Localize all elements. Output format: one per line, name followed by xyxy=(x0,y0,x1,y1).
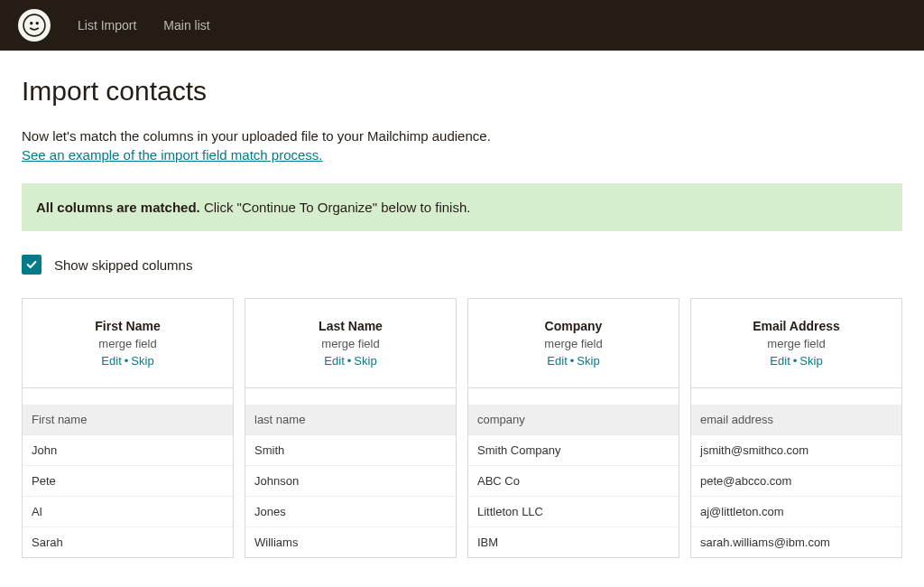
data-cell: Littleton LLC xyxy=(468,497,679,527)
banner-rest: Click "Continue To Organize" below to fi… xyxy=(200,200,471,215)
data-cell: jsmith@smithco.com xyxy=(691,435,901,466)
svg-point-1 xyxy=(30,22,32,24)
data-cell: Smith Company xyxy=(468,435,679,466)
column-title: Email Address xyxy=(698,319,894,333)
svg-point-0 xyxy=(23,14,45,36)
column-header: Companymerge fieldEdit•Skip xyxy=(468,299,679,388)
column-actions: Edit•Skip xyxy=(698,354,894,368)
column-subtitle: merge field xyxy=(253,337,448,350)
column-title: Company xyxy=(476,319,671,333)
separator-dot: • xyxy=(125,354,129,368)
import-column: First Namemerge fieldEdit•SkipFirst name… xyxy=(22,298,234,558)
monkey-icon xyxy=(23,14,46,37)
page-title: Import contacts xyxy=(22,76,902,107)
column-subtitle: merge field xyxy=(30,337,226,350)
data-cell: Johnson xyxy=(245,466,456,497)
edit-link[interactable]: Edit xyxy=(324,354,344,368)
data-cell: John xyxy=(23,435,233,466)
example-link[interactable]: See an example of the import field match… xyxy=(22,147,323,163)
edit-link[interactable]: Edit xyxy=(101,354,121,368)
column-header: First Namemerge fieldEdit•Skip xyxy=(23,299,233,388)
data-cell: sarah.williams@ibm.com xyxy=(691,527,901,557)
instruction-text: Now let's match the columns in your uplo… xyxy=(22,128,902,144)
column-subtitle: merge field xyxy=(476,337,671,350)
skip-link[interactable]: Skip xyxy=(354,354,376,368)
success-banner: All columns are matched. Click "Continue… xyxy=(22,183,902,231)
edit-link[interactable]: Edit xyxy=(770,354,790,368)
skip-link[interactable]: Skip xyxy=(131,354,153,368)
column-header: Email Addressmerge fieldEdit•Skip xyxy=(691,299,901,388)
column-actions: Edit•Skip xyxy=(476,354,671,368)
column-header: Last Namemerge fieldEdit•Skip xyxy=(245,299,456,388)
source-column-header: last name xyxy=(245,405,456,435)
banner-bold: All columns are matched. xyxy=(36,200,200,215)
skip-link[interactable]: Skip xyxy=(799,354,822,368)
column-subtitle: merge field xyxy=(698,337,894,350)
separator-dot: • xyxy=(793,354,798,368)
columns-container: First Namemerge fieldEdit•SkipFirst name… xyxy=(22,298,902,558)
mailchimp-logo[interactable] xyxy=(18,9,51,42)
checkmark-icon xyxy=(25,258,38,271)
svg-point-2 xyxy=(36,22,39,24)
import-column: Companymerge fieldEdit•SkipcompanySmith … xyxy=(467,298,679,558)
data-cell: Jones xyxy=(245,497,456,527)
top-nav: List Import Main list xyxy=(0,0,924,51)
separator-dot: • xyxy=(570,354,575,368)
data-cell: Smith xyxy=(245,435,456,466)
data-cell: IBM xyxy=(468,527,679,557)
nav-list-import[interactable]: List Import xyxy=(78,18,136,33)
data-cell: ABC Co xyxy=(468,466,679,497)
separator-dot: • xyxy=(347,354,352,368)
data-cell: Pete xyxy=(23,466,233,497)
data-cell: Al xyxy=(23,497,233,527)
column-title: Last Name xyxy=(253,319,448,333)
nav-main-list[interactable]: Main list xyxy=(163,18,209,33)
data-cell: aj@littleton.com xyxy=(691,497,901,527)
show-skipped-checkbox[interactable] xyxy=(22,255,42,275)
import-column: Email Addressmerge fieldEdit•Skipemail a… xyxy=(690,298,902,558)
column-actions: Edit•Skip xyxy=(253,354,448,368)
data-cell: Williams xyxy=(245,527,456,557)
show-skipped-row: Show skipped columns xyxy=(22,255,902,275)
data-cell: Sarah xyxy=(23,527,233,557)
data-cell: pete@abcco.com xyxy=(691,466,901,497)
skip-link[interactable]: Skip xyxy=(577,354,599,368)
column-actions: Edit•Skip xyxy=(30,354,226,368)
import-column: Last Namemerge fieldEdit•Skiplast nameSm… xyxy=(245,298,457,558)
edit-link[interactable]: Edit xyxy=(547,354,567,368)
source-column-header: email address xyxy=(691,405,901,435)
main-content: Import contacts Now let's match the colu… xyxy=(0,51,924,580)
source-column-header: First name xyxy=(23,405,233,435)
column-title: First Name xyxy=(30,319,226,333)
show-skipped-label: Show skipped columns xyxy=(54,257,192,273)
source-column-header: company xyxy=(468,405,679,435)
